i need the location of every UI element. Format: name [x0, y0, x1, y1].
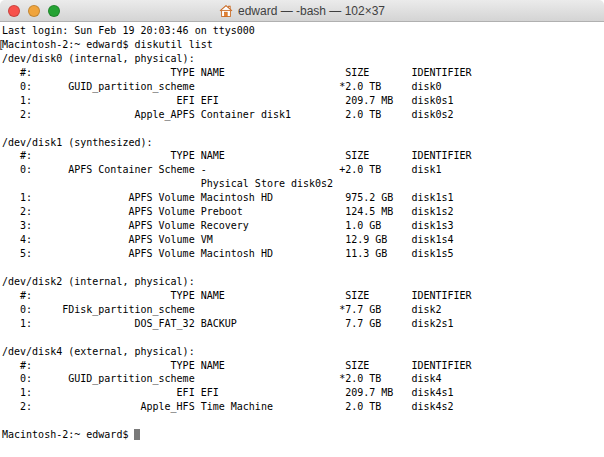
terminal-line-text: 2: Apple_HFS Time Machine 2.0 TB disk4s2 [2, 401, 454, 412]
terminal-line: Macintosh-2:~ edward$ [2, 428, 604, 442]
minimize-button[interactable] [28, 5, 40, 17]
traffic-lights [8, 0, 60, 21]
terminal-line: 0: GUID_partition_scheme *2.0 TB disk0 [2, 80, 604, 94]
zoom-button[interactable] [48, 5, 60, 17]
terminal-line-text: Macintosh-2:~ edward$ [2, 429, 134, 440]
terminal-line: #: TYPE NAME SIZE IDENTIFIER [2, 359, 604, 373]
terminal-line-text: /dev/disk2 (internal, physical): [2, 276, 195, 287]
terminal-line-text: 2: APFS Volume Preboot 124.5 MB disk1s2 [2, 206, 454, 217]
terminal-line-text: 1: APFS Volume Macintosh HD 975.2 GB dis… [2, 192, 454, 203]
terminal-line-text: /dev/disk0 (internal, physical): [2, 53, 195, 64]
terminal-line: Physical Store disk0s2 [2, 177, 604, 191]
terminal-line-text: /dev/disk4 (external, physical): [2, 346, 195, 357]
terminal-line: Last login: Sun Feb 19 20:03:46 on ttys0… [2, 24, 604, 38]
terminal-line: #: TYPE NAME SIZE IDENTIFIER [2, 289, 604, 303]
title-bar[interactable]: edward — -bash — 102×37 [0, 0, 604, 22]
home-folder-icon [219, 4, 233, 18]
terminal-line: 5: APFS Volume Macintosh HD 11.3 GB disk… [2, 247, 604, 261]
terminal-line-text: Physical Store disk0s2 [2, 178, 333, 189]
terminal-line: 0: APFS Container Scheme - +2.0 TB disk1 [2, 163, 604, 177]
terminal-line: 3: APFS Volume Recovery 1.0 GB disk1s3 [2, 219, 604, 233]
terminal-line [2, 414, 604, 428]
terminal-line-text: #: TYPE NAME SIZE IDENTIFIER [2, 290, 472, 301]
terminal-line-text: 0: GUID_partition_scheme *2.0 TB disk0 [2, 81, 442, 92]
terminal-line: 1: EFI EFI 209.7 MB disk0s1 [2, 94, 604, 108]
terminal-window: edward — -bash — 102×37 Last login: Sun … [0, 0, 604, 457]
terminal-line-text: Last login: Sun Feb 19 20:03:46 on ttys0… [2, 25, 255, 36]
terminal-line: /dev/disk4 (external, physical): [2, 345, 604, 359]
terminal-cursor [134, 429, 140, 440]
terminal-line-text: 0: GUID_partition_scheme *2.0 TB disk4 [2, 373, 442, 384]
terminal-line-text: 1: DOS_FAT_32 BACKUP 7.7 GB disk2s1 [2, 318, 454, 329]
terminal-line: #: TYPE NAME SIZE IDENTIFIER [2, 149, 604, 163]
terminal-line-text: 4: APFS Volume VM 12.9 GB disk1s4 [2, 234, 454, 245]
terminal-line: [Macintosh-2:~ edward$ diskutil list [2, 38, 604, 52]
terminal-line-text: /dev/disk1 (synthesized): [2, 137, 153, 148]
terminal-line: 0: FDisk_partition_scheme *7.7 GB disk2 [2, 303, 604, 317]
terminal-line-text: 0: APFS Container Scheme - +2.0 TB disk1 [2, 164, 442, 175]
terminal-line: 2: Apple_HFS Time Machine 2.0 TB disk4s2 [2, 400, 604, 414]
terminal-line-text: #: TYPE NAME SIZE IDENTIFIER [2, 360, 472, 371]
terminal-line-text: 1: EFI EFI 209.7 MB disk0s1 [2, 95, 454, 106]
terminal-line: 4: APFS Volume VM 12.9 GB disk1s4 [2, 233, 604, 247]
terminal-line: /dev/disk0 (internal, physical): [2, 52, 604, 66]
terminal-line-text: Macintosh-2:~ edward$ diskutil list [2, 39, 213, 50]
terminal-line-text: 0: FDisk_partition_scheme *7.7 GB disk2 [2, 304, 442, 315]
terminal-line-text: #: TYPE NAME SIZE IDENTIFIER [2, 150, 472, 161]
terminal-line: 1: EFI EFI 209.7 MB disk4s1 [2, 386, 604, 400]
terminal-line: 0: GUID_partition_scheme *2.0 TB disk4 [2, 372, 604, 386]
terminal-line [2, 261, 604, 275]
terminal-line: /dev/disk2 (internal, physical): [2, 275, 604, 289]
terminal-line-text: 5: APFS Volume Macintosh HD 11.3 GB disk… [2, 248, 454, 259]
terminal-line: 2: Apple_APFS Container disk1 2.0 TB dis… [2, 108, 604, 122]
terminal-line: 1: APFS Volume Macintosh HD 975.2 GB dis… [2, 191, 604, 205]
terminal-line: /dev/disk1 (synthesized): [2, 136, 604, 150]
close-button[interactable] [8, 5, 20, 17]
command-mark: [ [0, 38, 4, 52]
terminal-line-text: 1: EFI EFI 209.7 MB disk4s1 [2, 387, 454, 398]
terminal-line [2, 122, 604, 136]
terminal-line [2, 331, 604, 345]
terminal-line: 2: APFS Volume Preboot 124.5 MB disk1s2 [2, 205, 604, 219]
window-title: edward — -bash — 102×37 [238, 4, 385, 18]
title-group: edward — -bash — 102×37 [219, 4, 385, 18]
terminal-content[interactable]: Last login: Sun Feb 19 20:03:46 on ttys0… [0, 22, 604, 456]
terminal-line: #: TYPE NAME SIZE IDENTIFIER [2, 66, 604, 80]
terminal-line-text: #: TYPE NAME SIZE IDENTIFIER [2, 67, 472, 78]
terminal-line: 1: DOS_FAT_32 BACKUP 7.7 GB disk2s1 [2, 317, 604, 331]
terminal-line-text: 3: APFS Volume Recovery 1.0 GB disk1s3 [2, 220, 454, 231]
terminal-line-text: 2: Apple_APFS Container disk1 2.0 TB dis… [2, 109, 454, 120]
